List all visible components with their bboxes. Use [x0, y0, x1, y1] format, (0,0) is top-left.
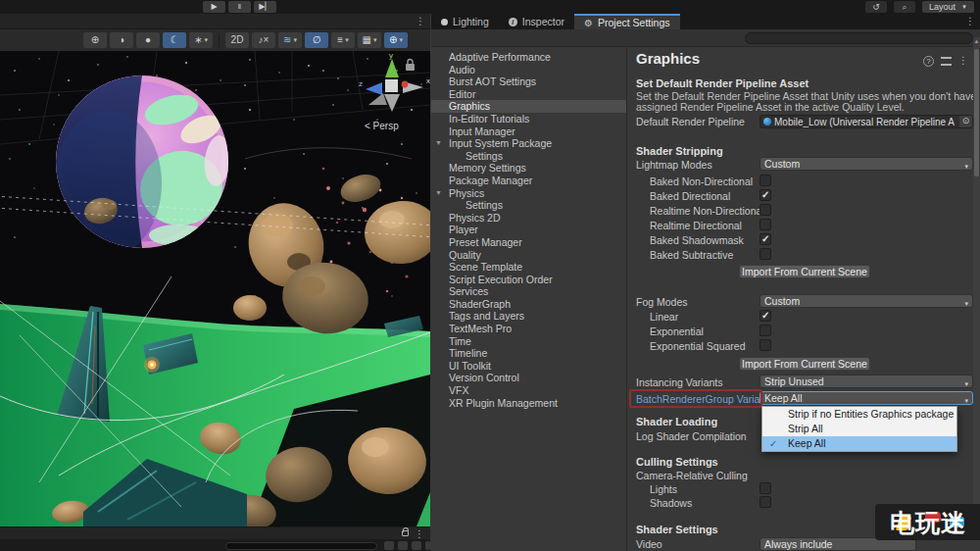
settings-list-item[interactable]: ▼Input System Package	[431, 137, 626, 150]
checkbox[interactable]	[760, 204, 771, 216]
preset-icon[interactable]	[941, 57, 952, 66]
draw-mode-shaded-wireframe-button[interactable]: ◑	[110, 32, 133, 48]
settings-list-item[interactable]: In-Editor Tutorials	[431, 113, 626, 125]
settings-list-item[interactable]: Physics 2D	[431, 212, 626, 225]
draw-mode-wireframe-button[interactable]: ⊕	[83, 32, 107, 48]
scene-viewport[interactable]: y z x < Persp	[0, 51, 430, 526]
settings-list-item[interactable]: Scene Template	[431, 261, 626, 274]
effects-icon: ≋	[283, 32, 291, 48]
scene-camera-settings-button[interactable]: ▦ ▾	[358, 32, 381, 48]
settings-list-item[interactable]: Settings	[431, 150, 626, 163]
object-picker-icon[interactable]: ⊙	[959, 115, 972, 128]
settings-list-item[interactable]: Editor	[431, 88, 626, 101]
gizmos-toggle[interactable]: ⊕ ▾	[384, 32, 408, 48]
pause-button[interactable]: ‖	[228, 1, 251, 13]
foldout-icon[interactable]: ▼	[435, 137, 442, 150]
settings-list-item[interactable]: Settings	[431, 199, 626, 212]
help-icon[interactable]: ?	[923, 56, 934, 67]
menu-item[interactable]: Strip if no Entities Graphics package	[762, 407, 956, 422]
settings-list-item[interactable]: Quality	[431, 249, 626, 262]
settings-list-item[interactable]: Services	[431, 285, 626, 298]
settings-list-item[interactable]: UI Toolkit	[431, 360, 626, 373]
settings-list-item[interactable]: Memory Settings	[431, 162, 626, 175]
settings-search-input[interactable]	[745, 32, 973, 44]
settings-list-item[interactable]: ShaderGraph	[431, 298, 626, 311]
toolbar-separator	[219, 33, 220, 47]
tab-lighting[interactable]: Lighting	[431, 14, 499, 29]
import-from-current-scene-button[interactable]: Import From Current Scene	[739, 357, 870, 371]
scene-effects-toggle[interactable]: ≋ ▾	[278, 32, 302, 48]
unlock-icon[interactable]	[402, 530, 409, 536]
scroll-up-icon[interactable]: ▲	[973, 38, 980, 44]
step-button[interactable]: ▶▏	[254, 1, 276, 13]
scene-visibility-toggle[interactable]: ∅	[305, 32, 328, 48]
lightmap-modes-dropdown[interactable]: Custom ▾	[760, 157, 973, 171]
draw-mode-shaded-button[interactable]: ●	[136, 32, 160, 48]
bottom-search-bar[interactable]	[225, 542, 377, 550]
import-from-current-scene-button[interactable]: Import From Current Scene	[739, 265, 870, 278]
graphics-settings-panel: Graphics ? ⋮ Set Default Render Pipeline…	[627, 47, 980, 551]
checkbox[interactable]	[760, 175, 771, 186]
undo-history-icon[interactable]: ↺	[865, 1, 887, 13]
checkbox[interactable]	[760, 189, 771, 201]
scrollbar-thumb[interactable]	[974, 49, 979, 176]
layout-dropdown[interactable]: Layout ▼	[922, 1, 974, 13]
settings-list-item[interactable]: Preset Manager	[431, 236, 626, 249]
settings-list-item[interactable]: Time	[431, 335, 626, 348]
tab-inspector[interactable]: i Inspector	[499, 14, 574, 29]
menu-item[interactable]: Strip All	[762, 422, 956, 436]
chevron-down-icon: ▾	[964, 395, 968, 407]
scene-2d-toggle[interactable]: 2D	[225, 32, 249, 48]
perspective-label[interactable]: < Persp	[365, 121, 399, 131]
scene-layers-button[interactable]: ≡ ▾	[331, 32, 355, 48]
checkbox-label: Baked Subtractive	[650, 249, 733, 261]
checkbox[interactable]	[760, 310, 771, 322]
settings-list-item[interactable]: Timeline	[431, 347, 626, 360]
settings-list-item[interactable]: TextMesh Pro	[431, 323, 626, 335]
settings-list-item[interactable]: Player	[431, 224, 626, 236]
settings-list-item[interactable]: ▼Physics	[431, 187, 626, 200]
checkbox[interactable]	[760, 339, 771, 351]
toolbar-icon[interactable]	[384, 541, 394, 550]
toolbar-icon[interactable]	[425, 541, 430, 550]
foldout-icon[interactable]: ▼	[435, 187, 442, 200]
settings-list-item[interactable]: Audio	[431, 64, 626, 76]
checkbox[interactable]	[760, 496, 771, 508]
default-render-pipeline-field[interactable]: Mobile_Low (Universal Render Pipeline A …	[760, 115, 973, 128]
scene-audio-mute-toggle[interactable]: ♪×	[252, 32, 275, 48]
scene-render: y z x < Persp	[0, 51, 430, 526]
settings-list-item[interactable]: Input Manager	[431, 125, 626, 138]
scene-menu-kebab-icon[interactable]: ⋮	[416, 15, 425, 28]
instancing-variants-dropdown[interactable]: Strip Unused ▾	[760, 375, 973, 388]
settings-list-item[interactable]: XR Plugin Management	[431, 397, 626, 410]
toolbar-icon[interactable]	[398, 541, 408, 550]
play-button[interactable]: ▶	[203, 1, 225, 13]
settings-list-item[interactable]: Version Control	[431, 372, 626, 384]
chevron-down-icon: ▾	[964, 298, 968, 310]
toolbar-icon[interactable]	[412, 541, 421, 550]
settings-list-item[interactable]: Package Manager	[431, 175, 626, 187]
section-description: assigned Render Pipeline Asset in the ac…	[636, 101, 905, 113]
scrollbar[interactable]: ▲	[973, 37, 980, 518]
debug-draw-mode-button[interactable]: ∗ ▾	[189, 32, 213, 48]
menu-item-selected[interactable]: ✓ Keep All	[762, 436, 956, 451]
search-icon[interactable]: ⌕	[894, 1, 915, 13]
checkbox[interactable]	[760, 233, 771, 245]
settings-list-item[interactable]: Tags and Layers	[431, 310, 626, 323]
fog-modes-dropdown[interactable]: Custom ▾	[760, 294, 973, 308]
chevron-down-icon: ▾	[345, 32, 349, 48]
batchrenderergroup-variants-dropdown[interactable]: Keep All ▾	[760, 391, 973, 405]
settings-list-item[interactable]: VFX	[431, 384, 626, 397]
checkbox[interactable]	[760, 482, 771, 494]
settings-list-item-selected[interactable]: Graphics	[431, 100, 626, 113]
settings-list-item[interactable]: Adaptive Performance	[431, 51, 626, 64]
checkbox[interactable]	[760, 248, 771, 260]
scene-lighting-toggle[interactable]: ☾	[163, 32, 186, 48]
settings-list-item[interactable]: Script Execution Order	[431, 274, 626, 286]
checkbox[interactable]	[760, 325, 771, 336]
settings-list-item[interactable]: Burst AOT Settings	[431, 75, 626, 88]
panel-kebab-icon[interactable]: ⋮	[958, 54, 968, 68]
tabbar-kebab-icon[interactable]: ⋮	[965, 14, 975, 29]
checkbox[interactable]	[760, 219, 771, 230]
tab-project-settings[interactable]: ⚙ Project Settings	[574, 14, 680, 29]
